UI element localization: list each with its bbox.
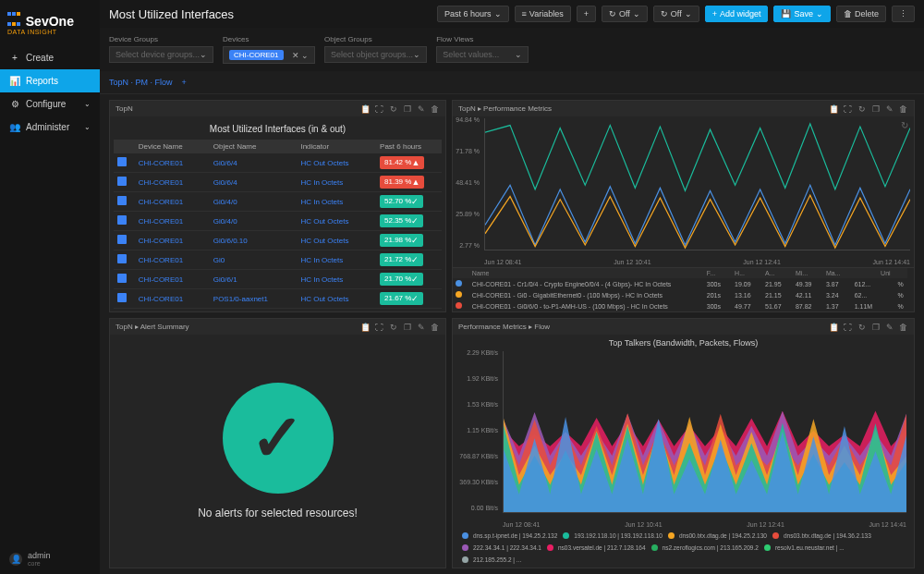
delete-icon[interactable]: 🗑 bbox=[430, 322, 440, 332]
delete-button[interactable]: 🗑 Delete bbox=[836, 6, 886, 22]
checkbox-icon[interactable] bbox=[117, 235, 127, 244]
column-header[interactable] bbox=[201, 140, 210, 153]
sidebar-item-create[interactable]: + Create bbox=[0, 46, 100, 69]
copy-icon[interactable]: 📋 bbox=[360, 104, 371, 114]
object-cell[interactable]: Gi0 bbox=[210, 250, 288, 270]
expand-icon[interactable]: ⛶ bbox=[843, 104, 853, 114]
device-groups-select[interactable]: Select device groups...⌄ bbox=[109, 46, 213, 63]
object-cell[interactable]: Gi0/4/0 bbox=[210, 192, 288, 212]
table-row[interactable]: CHI-CORE01 - Gi0/6/0 - to-P1-AMH-US - (1… bbox=[453, 300, 914, 311]
column-header[interactable] bbox=[756, 268, 762, 278]
table-row[interactable]: CHI-CORE01 Gi0/6/4 HC Out Octets 81.42 %… bbox=[114, 153, 442, 173]
checkbox-icon[interactable] bbox=[117, 157, 127, 166]
table-row[interactable]: CHI-CORE01 Gi0/4/0 HC Out Octets 52.35 %… bbox=[114, 212, 442, 231]
device-cell[interactable]: CHI-CORE01 bbox=[135, 309, 201, 312]
column-header[interactable] bbox=[367, 140, 376, 153]
clear-icon[interactable]: ✕ bbox=[292, 51, 299, 60]
table-row[interactable]: CHI-CORE01 POS1/0-aaxnet1 HC Out Octets … bbox=[114, 289, 442, 309]
object-cell[interactable]: Gi0/6/0.10 bbox=[210, 231, 288, 250]
legend-item[interactable]: ns2.zeroflogics.com | 213.165.209.2 bbox=[651, 544, 759, 551]
indicator-cell[interactable]: HC In Octets bbox=[297, 173, 367, 192]
clone-icon[interactable]: ❐ bbox=[870, 104, 881, 114]
sidebar-item-reports[interactable]: 📊 Reports bbox=[0, 69, 100, 92]
table-row[interactable]: CHI-CORE01 - Gi0 - GigabitEthernet0 - (1… bbox=[453, 289, 914, 300]
indicator-cell[interactable]: HC In Octets bbox=[297, 270, 367, 289]
table-row[interactable]: CHI-CORE01 Gi0/6/0.10 HC Out Octets 21.9… bbox=[114, 231, 442, 250]
column-header[interactable]: Device Name bbox=[135, 140, 201, 153]
object-cell[interactable]: POS1/0-aaxnet1 bbox=[210, 289, 288, 309]
save-button[interactable]: 💾 Save ⌄ bbox=[773, 6, 831, 22]
object-groups-select[interactable]: Select object groups...⌄ bbox=[324, 46, 427, 63]
sidebar-item-configure[interactable]: ⚙ Configure ⌄ bbox=[0, 92, 100, 116]
device-cell[interactable]: CHI-CORE01 bbox=[135, 289, 201, 309]
more-button[interactable]: ⋮ bbox=[892, 6, 915, 22]
legend-item[interactable]: 212.185.255.2 | ... bbox=[462, 556, 521, 563]
edit-icon[interactable]: ✎ bbox=[884, 322, 894, 332]
refresh-icon[interactable]: ↻ bbox=[857, 104, 867, 114]
copy-icon[interactable]: 📋 bbox=[829, 104, 839, 114]
object-cell[interactable]: Gi0/6/1 bbox=[210, 270, 288, 289]
delete-icon[interactable]: 🗑 bbox=[898, 104, 908, 114]
column-header[interactable] bbox=[786, 268, 793, 278]
table-row[interactable]: CHI-CORE01 Gi0/6/1 HC In Octets 21.70 %✓ bbox=[114, 270, 442, 289]
user-footer[interactable]: 👤 admin core bbox=[0, 543, 100, 574]
tab-add[interactable]: + bbox=[182, 75, 187, 90]
column-header[interactable] bbox=[852, 268, 878, 278]
checkbox-icon[interactable] bbox=[117, 177, 127, 186]
object-cell[interactable]: Gi0/6/4 bbox=[210, 173, 288, 192]
legend-item[interactable]: 222.34.34.1 | 222.34.34.1 bbox=[462, 544, 541, 551]
legend-item[interactable]: dns.sp.t-ipnet.de | 194.25.2.132 bbox=[462, 532, 557, 539]
refresh-off-button-2[interactable]: ↻ Off ⌄ bbox=[653, 6, 699, 22]
sidebar-item-administer[interactable]: 👥 Administer ⌄ bbox=[0, 116, 100, 139]
checkbox-icon[interactable] bbox=[117, 293, 127, 302]
column-header[interactable] bbox=[895, 268, 908, 278]
timerange-button[interactable]: Past 6 hours ⌄ bbox=[437, 6, 509, 22]
device-cell[interactable]: CHI-CORE01 bbox=[135, 250, 201, 270]
edit-icon[interactable]: ✎ bbox=[884, 104, 894, 114]
flow-views-select[interactable]: Select values...⌄ bbox=[436, 46, 529, 63]
expand-icon[interactable]: ⛶ bbox=[843, 322, 853, 332]
devices-select[interactable]: CHI-CORE01✕ ⌄ bbox=[223, 46, 315, 64]
column-header[interactable]: Uni bbox=[878, 268, 894, 278]
column-header[interactable]: Name bbox=[469, 268, 698, 278]
legend-item[interactable]: dns00.btx.dtag.de | 194.25.2.130 bbox=[668, 532, 767, 539]
refresh-icon[interactable]: ↻ bbox=[857, 322, 867, 332]
column-header[interactable] bbox=[845, 268, 852, 278]
legend-item[interactable]: 193.192.118.10 | 193.192.118.10 bbox=[563, 532, 663, 539]
copy-icon[interactable]: 📋 bbox=[360, 322, 371, 332]
column-header[interactable]: Ma... bbox=[823, 268, 845, 278]
column-header[interactable]: Mi... bbox=[793, 268, 817, 278]
column-header[interactable]: F... bbox=[704, 268, 726, 278]
edit-icon[interactable]: ✎ bbox=[416, 104, 426, 114]
device-cell[interactable]: CHI-CORE01 bbox=[135, 270, 201, 289]
variables-button[interactable]: ≡ Variables bbox=[515, 6, 571, 22]
checkbox-icon[interactable] bbox=[117, 215, 127, 225]
expand-icon[interactable]: ⛶ bbox=[374, 322, 384, 332]
copy-icon[interactable]: 📋 bbox=[829, 322, 839, 332]
device-cell[interactable]: CHI-CORE01 bbox=[135, 173, 201, 192]
legend-item[interactable]: dns03.btx.dtag.de | 194.36.2.133 bbox=[772, 532, 871, 539]
object-cell[interactable]: Gi0/6/4 bbox=[210, 153, 288, 173]
table-row[interactable]: CHI-CORE01 Gi0 HC In Octets 21.72 %✓ bbox=[114, 250, 442, 270]
indicator-cell[interactable]: HC Out Octets bbox=[297, 153, 367, 173]
legend-item[interactable]: resolv1.eu.neustar.net | ... bbox=[764, 544, 845, 551]
indicator-cell[interactable]: HC In Octets bbox=[297, 192, 367, 212]
column-header[interactable]: Object Name bbox=[210, 140, 288, 153]
edit-icon[interactable]: ✎ bbox=[416, 322, 426, 332]
table-row[interactable]: CHI-CORE01 Gi0/6/4 HC In Octets 81.39 %▲ bbox=[114, 173, 442, 192]
device-cell[interactable]: CHI-CORE01 bbox=[135, 192, 201, 212]
column-header[interactable] bbox=[725, 268, 732, 278]
column-header[interactable] bbox=[114, 140, 135, 153]
table-row[interactable]: CHI-CORE01 Gi0/4/0 HC In Octets 52.70 %✓ bbox=[114, 192, 442, 212]
table-row[interactable]: CHI-CORE01 - Cr1/0/4 - Crypto Engine0/0/… bbox=[453, 278, 914, 289]
checkbox-icon[interactable] bbox=[117, 196, 127, 205]
object-cell[interactable]: Gi0/4/0 bbox=[210, 212, 288, 231]
refresh-off-button-1[interactable]: ↻ Off ⌄ bbox=[602, 6, 648, 22]
indicator-cell[interactable]: HC Out Octets bbox=[297, 289, 367, 309]
column-header[interactable]: H... bbox=[732, 268, 756, 278]
column-header[interactable] bbox=[287, 140, 297, 153]
device-cell[interactable]: CHI-CORE01 bbox=[135, 153, 201, 173]
device-cell[interactable]: CHI-CORE01 bbox=[135, 212, 201, 231]
table-row[interactable]: CHI-CORE01 Cr1/0/6 HC In Octets 21.66 %✓ bbox=[114, 309, 442, 312]
indicator-cell[interactable]: HC Out Octets bbox=[297, 231, 367, 250]
